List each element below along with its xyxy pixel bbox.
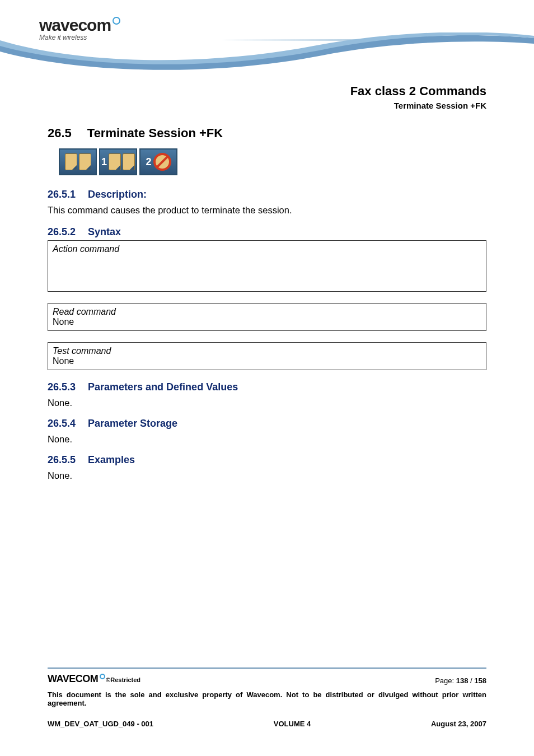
badge-1: 1 — [101, 156, 107, 168]
subsection-heading: 26.5.3 Parameters and Defined Values — [48, 381, 486, 393]
doc-date: August 23, 2007 — [431, 720, 486, 728]
subsection-title: Syntax — [88, 226, 121, 238]
swirl-icon — [100, 674, 105, 679]
sim-prohibit-icon: 2 — [139, 148, 177, 175]
status-icon-strip: 1 2 — [59, 148, 486, 175]
brand-name: wavecom — [39, 16, 111, 35]
examples-text: None. — [48, 469, 486, 483]
page-footer: WAVECOM ©Restricted Page: 138 / 158 This… — [48, 668, 486, 728]
footer-top-row: WAVECOM ©Restricted Page: 138 / 158 — [48, 673, 486, 685]
section-number: 26.5 — [48, 126, 72, 141]
read-command-label: Read command — [53, 307, 481, 317]
prohibit-icon — [153, 153, 171, 171]
logo-block: wavecom Make it wireless — [39, 16, 120, 41]
subsection-heading: 26.5.1 Description: — [48, 189, 486, 200]
test-command-label: Test command — [53, 346, 481, 356]
subsection-title: Parameter Storage — [88, 418, 177, 430]
test-command-value: None — [53, 356, 481, 366]
footer-page: Page: 138 / 158 — [435, 676, 486, 685]
subsection-title: Parameters and Defined Values — [88, 381, 238, 393]
subsection-heading: 26.5.2 Syntax — [48, 226, 486, 238]
subsection-number: 26.5.3 — [48, 381, 76, 393]
badge-2: 2 — [146, 156, 151, 168]
brand-tagline: Make it wireless — [39, 34, 120, 41]
chapter-subtitle: Terminate Session +FK — [48, 101, 486, 110]
footer-bottom-row: WM_DEV_OAT_UGD_049 - 001 VOLUME 4 August… — [48, 720, 486, 728]
read-command-value: None — [53, 317, 481, 327]
swirl-icon — [113, 17, 120, 25]
page-label: Page: — [435, 676, 456, 685]
footer-restricted: ©Restricted — [106, 676, 140, 683]
page-total: 158 — [474, 676, 486, 685]
test-command-box: Test command None — [48, 342, 486, 370]
subsection-title: Examples — [88, 454, 135, 466]
sim-icon — [65, 153, 77, 170]
section-heading: 26.5 Terminate Session +FK — [48, 126, 486, 141]
storage-text: None. — [48, 433, 486, 446]
sim-pair-icon — [59, 148, 97, 175]
footer-brand-block: WAVECOM ©Restricted — [48, 673, 140, 685]
footer-brand-logo: WAVECOM — [48, 673, 105, 685]
subsection-number: 26.5.1 — [48, 189, 76, 200]
sim-icon — [123, 153, 135, 170]
read-command-box: Read command None — [48, 303, 486, 331]
header-banner: wavecom Make it wireless — [0, 0, 534, 73]
subsection-number: 26.5.5 — [48, 454, 76, 466]
sim-icon — [109, 153, 121, 170]
footer-brand-name: WAVECOM — [48, 673, 98, 685]
subsection-heading: 26.5.5 Examples — [48, 454, 486, 466]
doc-reference: WM_DEV_OAT_UGD_049 - 001 — [48, 720, 153, 728]
doc-volume: VOLUME 4 — [274, 720, 311, 728]
sim-one-icon: 1 — [99, 148, 137, 175]
page-sep: / — [468, 676, 474, 685]
description-text: This command causes the product to termi… — [48, 204, 486, 217]
subsection-number: 26.5.2 — [48, 226, 76, 238]
subsection-heading: 26.5.4 Parameter Storage — [48, 418, 486, 430]
page-current: 138 — [456, 676, 469, 685]
footer-rule — [48, 668, 486, 669]
subsection-number: 26.5.4 — [48, 418, 76, 430]
chapter-header: Fax class 2 Commands Terminate Session +… — [48, 84, 486, 110]
action-command-box: Action command — [48, 240, 486, 292]
sim-icon — [79, 153, 91, 170]
brand-logo: wavecom — [39, 16, 120, 35]
chapter-title: Fax class 2 Commands — [48, 84, 486, 99]
footer-notice: This document is the sole and exclusive … — [48, 690, 486, 707]
section-title: Terminate Session +FK — [87, 126, 223, 141]
subsection-title: Description: — [88, 189, 147, 200]
action-command-label: Action command — [53, 244, 481, 254]
parameters-text: None. — [48, 396, 486, 410]
page-content: Fax class 2 Commands Terminate Session +… — [0, 84, 534, 483]
